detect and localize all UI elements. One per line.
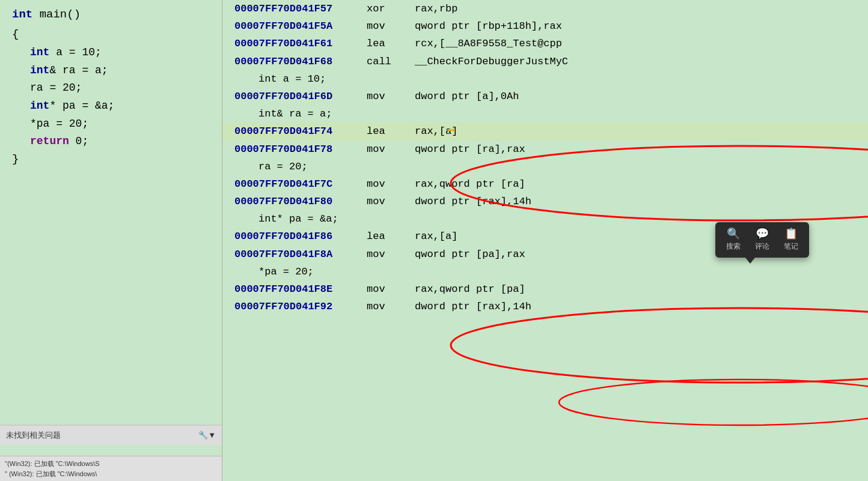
code-line-1: int a = 10;: [30, 44, 210, 62]
mnemonic-call: call: [367, 53, 415, 70]
mnemonic-lea1: lea: [367, 35, 415, 52]
comment-label: 评论: [755, 241, 769, 252]
disasm-row-xor: 00007FF70D041F57 xor rax,rbp: [222, 0, 868, 17]
close-brace: }: [12, 151, 210, 168]
mnemonic-mov-deref-14: mov: [367, 298, 415, 315]
code-line-4: int* pa = &a;: [30, 97, 210, 115]
source-int-a: int a = 10;: [222, 70, 868, 88]
search-icon: 🔍: [727, 228, 740, 239]
source-text-deref-pa: *pa = 20;: [258, 264, 314, 280]
addr-mov-ra2: 00007FF70D041F7C: [234, 176, 367, 192]
operands-call: __CheckForDebuggerJustMyC: [415, 53, 568, 70]
addr-call: 00007FF70D041F68: [234, 53, 367, 70]
debug-line-2: " (Win32): 已加载 "C:\Windows\: [5, 469, 217, 479]
operands-xor: rax,rbp: [415, 1, 457, 17]
source-text-ra-20: ra = 20;: [258, 159, 308, 175]
popup-search[interactable]: 🔍 搜索: [726, 228, 741, 252]
operands-lea-pa: rax,[a]: [415, 228, 457, 244]
disasm-row-lea-rax: ➡ 00007FF70D041F74 lea rax,[a]: [222, 123, 868, 140]
code-line-5: *pa = 20;: [30, 115, 210, 133]
mnemonic-mov-pa2: mov: [367, 281, 415, 297]
source-text-int-pa: int* pa = &a;: [258, 211, 338, 227]
disasm-row-call: 00007FF70D041F68 call __CheckForDebugger…: [222, 53, 868, 70]
note-label: 笔记: [784, 241, 798, 252]
disasm-row-mov-ra2: 00007FF70D041F7C mov rax,qword ptr [ra]: [222, 175, 868, 193]
note-icon: 📋: [784, 228, 798, 239]
mnemonic-mov1: mov: [367, 18, 415, 34]
operands-mov-ra: qword ptr [ra],rax: [415, 141, 525, 157]
disasm-table: 00007FF70D041F57 xor rax,rbp 00007FF70D0…: [222, 0, 868, 315]
source-text-int-a: int a = 10;: [258, 71, 326, 87]
addr-lea-rax: 00007FF70D041F74: [234, 123, 367, 139]
popup-comment[interactable]: 💬 评论: [755, 228, 769, 252]
code-body: int a = 10; int& ra = a; ra = 20; int* p…: [12, 44, 210, 151]
tools-icon[interactable]: 🔧▼: [198, 429, 216, 441]
addr-mov-pa2: 00007FF70D041F8E: [234, 281, 367, 297]
addr-mov-a: 00007FF70D041F6D: [234, 88, 367, 104]
disasm-row-mov1: 00007FF70D041F5A mov qword ptr [rbp+118h…: [222, 17, 868, 35]
operands-mov-pa2: rax,qword ptr [pa]: [415, 281, 525, 297]
func-signature: int main(): [12, 6, 210, 23]
code-line-2: int& ra = a;: [30, 62, 210, 80]
open-brace: {: [12, 26, 210, 43]
search-label: 搜索: [726, 241, 741, 252]
disasm-row-lea1: 00007FF70D041F61 lea rcx,[__8A8F9558_Tes…: [222, 35, 868, 52]
no-related-label: 未找到相关问题: [6, 429, 61, 441]
code-line-6: return 0;: [30, 133, 210, 151]
mnemonic-mov-a: mov: [367, 88, 415, 104]
svg-point-1: [451, 308, 868, 383]
mnemonic-mov-rax-14: mov: [367, 193, 415, 210]
mnemonic-mov-ra2: mov: [367, 176, 415, 192]
addr-mov-pa: 00007FF70D041F8A: [234, 246, 367, 262]
bottom-bar: 未找到相关问题 🔧▼: [0, 425, 222, 445]
addr-mov1: 00007FF70D041F5A: [234, 18, 367, 34]
addr-xor: 00007FF70D041F57: [234, 1, 367, 17]
code-line-3: ra = 20;: [30, 79, 210, 97]
disasm-row-mov-pa2: 00007FF70D041F8E mov rax,qword ptr [pa]: [222, 280, 868, 298]
svg-point-2: [559, 380, 868, 425]
mnemonic-xor: xor: [367, 1, 415, 17]
disasm-row-mov-rax-14: 00007FF70D041F80 mov dword ptr [rax],14h: [222, 193, 868, 210]
addr-lea-pa: 00007FF70D041F86: [234, 228, 367, 244]
debug-line-1: "(Win32): 已加载 "C:\Windows\S: [5, 459, 217, 469]
left-panel: int main() { int a = 10; int& ra = a; ra…: [0, 0, 222, 481]
addr-mov-rax-14: 00007FF70D041F80: [234, 193, 367, 210]
source-ra-20: ra = 20;: [222, 158, 868, 175]
operands-mov-ra2: rax,qword ptr [ra]: [415, 176, 525, 192]
right-panel: 00007FF70D041F57 xor rax,rbp 00007FF70D0…: [222, 0, 868, 481]
addr-mov-ra: 00007FF70D041F78: [234, 141, 367, 157]
disasm-row-mov-deref-14: 00007FF70D041F92 mov dword ptr [rax],14h: [222, 298, 868, 315]
addr-lea1: 00007FF70D041F61: [234, 35, 367, 52]
action-popup[interactable]: 🔍 搜索 💬 评论 📋 笔记: [715, 222, 809, 258]
keyword-int: int: [12, 8, 32, 21]
disasm-row-mov-a: 00007FF70D041F6D mov dword ptr [a],0Ah: [222, 88, 868, 105]
source-int-ra: int& ra = a;: [222, 105, 868, 123]
operands-mov-deref-14: dword ptr [rax],14h: [415, 298, 531, 315]
disasm-row-mov-ra: 00007FF70D041F78 mov qword ptr [ra],rax: [222, 141, 868, 158]
debug-output-left: "(Win32): 已加载 "C:\Windows\S " (Win32): 已…: [0, 456, 222, 481]
operands-mov1: qword ptr [rbp+118h],rax: [415, 18, 562, 34]
addr-mov-deref-14: 00007FF70D041F92: [234, 298, 367, 315]
operands-lea1: rcx,[__8A8F9558_Test@cpp: [415, 35, 562, 52]
func-name: main(): [40, 8, 81, 21]
source-text-int-ra: int& ra = a;: [258, 106, 332, 122]
operands-mov-pa: qword ptr [pa],rax: [415, 246, 525, 262]
comment-icon: 💬: [756, 228, 769, 239]
mnemonic-mov-ra: mov: [367, 141, 415, 157]
popup-note[interactable]: 📋 笔记: [784, 228, 798, 252]
operands-mov-a: dword ptr [a],0Ah: [415, 88, 519, 104]
mnemonic-lea-pa: lea: [367, 228, 415, 244]
source-deref-pa: *pa = 20;: [222, 263, 868, 280]
debug-arrow: ➡: [448, 121, 456, 142]
operands-mov-rax-14: dword ptr [rax],14h: [415, 193, 531, 210]
mnemonic-mov-pa: mov: [367, 246, 415, 262]
mnemonic-lea-rax: lea: [367, 123, 415, 139]
